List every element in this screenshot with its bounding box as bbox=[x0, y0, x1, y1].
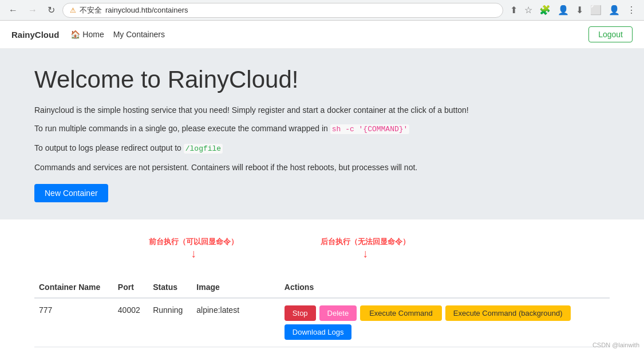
table-row: 777 40002 Running alpine:latest Stop Del… bbox=[34, 298, 610, 347]
row1-download-button[interactable]: Download Logs bbox=[285, 324, 352, 340]
hero-desc3: To output to logs please redirect output… bbox=[34, 142, 610, 155]
table-header: Container Name Port Status Image Actions bbox=[34, 277, 610, 298]
row2-port: 40001 bbox=[113, 347, 148, 353]
row1-execute-bg-button[interactable]: Execute Command (background) bbox=[445, 305, 571, 321]
annotation-left: 前台执行（可以回显命令） ↓ bbox=[149, 237, 238, 260]
security-label: 不安全 bbox=[80, 5, 102, 15]
home-label: Home bbox=[82, 30, 104, 39]
row1-name: 777 bbox=[34, 298, 113, 347]
fullscreen-icon[interactable]: ⬜ bbox=[588, 3, 604, 17]
arrow-right: ↓ bbox=[321, 247, 410, 260]
page-wrapper: RainyCloud 🏠 Home My Containers Logout W… bbox=[0, 21, 644, 353]
bookmark-icon[interactable]: ☆ bbox=[522, 3, 535, 17]
row1-stop-button[interactable]: Stop bbox=[285, 305, 316, 321]
hero-section: Welcome to RainyCloud! Rainycloud is the… bbox=[0, 49, 644, 219]
row2-name: 666 bbox=[34, 347, 113, 353]
menu-icon[interactable]: ⋮ bbox=[625, 3, 638, 17]
row2-image: alpine-python:latest bbox=[192, 347, 280, 353]
navbar: RainyCloud 🏠 Home My Containers Logout bbox=[0, 21, 644, 49]
col-header-port: Port bbox=[113, 277, 148, 298]
row1-execute-button[interactable]: Execute Command bbox=[360, 305, 442, 321]
annotation-left-text: 前台执行（可以回显命令） bbox=[149, 237, 238, 246]
hero-desc2: To run multiple commands in a single go,… bbox=[34, 122, 610, 136]
home-link[interactable]: 🏠 Home bbox=[70, 30, 104, 39]
table-body: 777 40002 Running alpine:latest Stop Del… bbox=[34, 298, 610, 353]
main-content: 前台执行（可以回显命令） ↓ 后台执行（无法回显命令） ↓ Container … bbox=[0, 219, 644, 353]
col-header-actions: Actions bbox=[280, 277, 610, 298]
my-containers-link[interactable]: My Containers bbox=[113, 30, 165, 39]
brand-name: RainyCloud bbox=[11, 30, 59, 40]
containers-table: Container Name Port Status Image Actions… bbox=[34, 277, 610, 353]
code-command: sh -c '{COMMAND}' bbox=[330, 124, 410, 134]
annotation-right-text: 后台执行（无法回显命令） bbox=[321, 237, 410, 246]
forward-button[interactable]: → bbox=[25, 4, 40, 17]
profile-icon[interactable]: 👤 bbox=[555, 3, 571, 17]
address-bar[interactable]: ⚠ 不安全 rainycloud.htb/containers bbox=[62, 3, 503, 18]
download-icon[interactable]: ⬇ bbox=[574, 3, 586, 17]
extensions-icon[interactable]: 🧩 bbox=[537, 3, 553, 17]
my-containers-label: My Containers bbox=[113, 30, 165, 39]
annotation-area: 前台执行（可以回显命令） ↓ 后台执行（无法回显命令） ↓ bbox=[34, 231, 610, 277]
home-icon: 🏠 bbox=[70, 30, 80, 39]
url-text: rainycloud.htb/containers bbox=[105, 6, 188, 14]
row1-status: Running bbox=[148, 298, 192, 347]
back-button[interactable]: ← bbox=[6, 4, 21, 17]
nav-links: 🏠 Home My Containers bbox=[70, 30, 588, 39]
reload-button[interactable]: ↻ bbox=[45, 3, 58, 17]
hero-desc1: Rainycloud is the simple hosting service… bbox=[34, 104, 610, 116]
browser-chrome: ← → ↻ ⚠ 不安全 rainycloud.htb/containers ⬆ … bbox=[0, 0, 644, 21]
arrow-left: ↓ bbox=[149, 247, 238, 260]
browser-actions: ⬆ ☆ 🧩 👤 ⬇ ⬜ 👤 ⋮ bbox=[508, 3, 638, 17]
annotation-right: 后台执行（无法回显命令） ↓ bbox=[321, 237, 410, 260]
col-header-image: Image bbox=[192, 277, 280, 298]
csdn-watermark: CSDN @lainwith bbox=[592, 342, 639, 348]
col-header-name: Container Name bbox=[34, 277, 113, 298]
table-row: 666 40001 Running alpine-python:latest S… bbox=[34, 347, 610, 353]
row2-actions: Stop Delete Execute Command Execute Comm… bbox=[280, 347, 610, 353]
row1-image: alpine:latest bbox=[192, 298, 280, 347]
row2-status: Running bbox=[148, 347, 192, 353]
col-header-status: Status bbox=[148, 277, 192, 298]
share-icon[interactable]: ⬆ bbox=[508, 3, 520, 17]
row1-actions: Stop Delete Execute Command Execute Comm… bbox=[280, 298, 610, 347]
security-icon: ⚠ bbox=[70, 6, 76, 14]
hero-desc4: Commands and services are not persistent… bbox=[34, 161, 610, 174]
row1-delete-button[interactable]: Delete bbox=[319, 305, 357, 321]
code-logfile: /logfile bbox=[184, 144, 223, 154]
row1-port: 40002 bbox=[113, 298, 148, 347]
account-icon[interactable]: 👤 bbox=[606, 3, 622, 17]
new-container-button[interactable]: New Container bbox=[34, 184, 108, 202]
hero-title: Welcome to RainyCloud! bbox=[34, 66, 610, 93]
logout-button[interactable]: Logout bbox=[588, 26, 633, 42]
